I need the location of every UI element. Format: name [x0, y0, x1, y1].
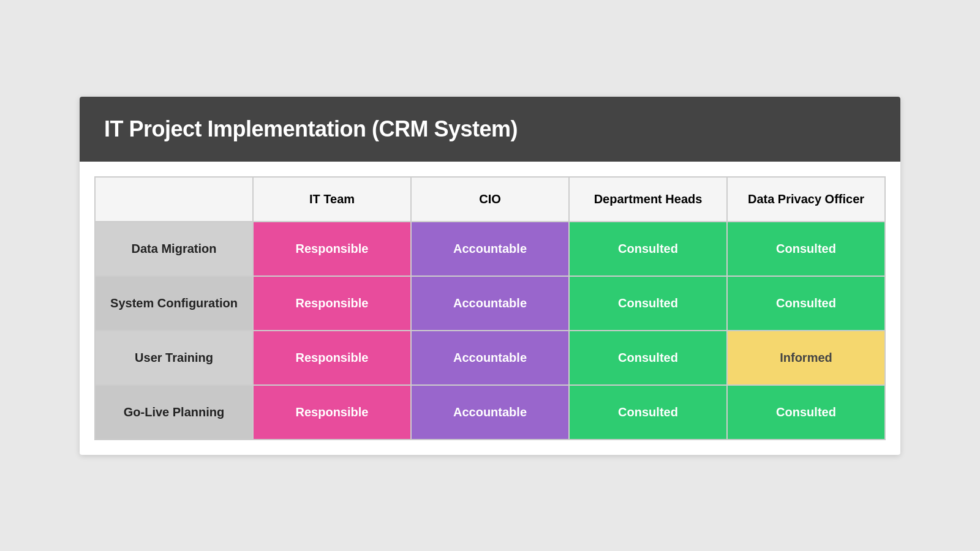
task-label: Data Migration [95, 222, 253, 276]
card-header: IT Project Implementation (CRM System) [80, 97, 900, 162]
table-container: IT Team CIO Department Heads Data Privac… [80, 162, 900, 455]
cell-consulted: Consulted [727, 385, 885, 440]
cell-responsible: Responsible [253, 331, 411, 385]
main-card: IT Project Implementation (CRM System) I… [80, 97, 900, 455]
cell-consulted: Consulted [727, 276, 885, 331]
task-label: System Configuration [95, 276, 253, 331]
cell-accountable: Accountable [411, 276, 569, 331]
cell-accountable: Accountable [411, 385, 569, 440]
cell-informed: Informed [727, 331, 885, 385]
task-label: User Training [95, 331, 253, 385]
cell-consulted: Consulted [569, 276, 727, 331]
col-it-team: IT Team [253, 177, 411, 222]
raci-table: IT Team CIO Department Heads Data Privac… [94, 176, 886, 440]
cell-responsible: Responsible [253, 276, 411, 331]
col-task [95, 177, 253, 222]
cell-accountable: Accountable [411, 222, 569, 276]
cell-consulted: Consulted [569, 222, 727, 276]
cell-accountable: Accountable [411, 331, 569, 385]
task-label: Go-Live Planning [95, 385, 253, 440]
table-row: User TrainingResponsibleAccountableConsu… [95, 331, 885, 385]
page-title: IT Project Implementation (CRM System) [104, 116, 876, 142]
cell-responsible: Responsible [253, 222, 411, 276]
cell-consulted: Consulted [727, 222, 885, 276]
table-row: Data MigrationResponsibleAccountableCons… [95, 222, 885, 276]
col-data-privacy: Data Privacy Officer [727, 177, 885, 222]
col-cio: CIO [411, 177, 569, 222]
table-header-row: IT Team CIO Department Heads Data Privac… [95, 177, 885, 222]
col-dept-heads: Department Heads [569, 177, 727, 222]
cell-consulted: Consulted [569, 385, 727, 440]
cell-consulted: Consulted [569, 331, 727, 385]
table-row: Go-Live PlanningResponsibleAccountableCo… [95, 385, 885, 440]
cell-responsible: Responsible [253, 385, 411, 440]
table-row: System ConfigurationResponsibleAccountab… [95, 276, 885, 331]
